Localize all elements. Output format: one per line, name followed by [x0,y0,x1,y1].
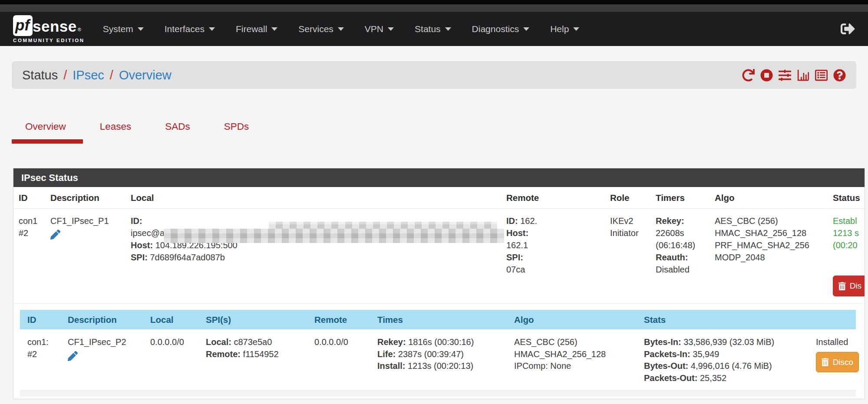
algo-prf: PRF_HMAC_SHA2_256 [715,239,827,251]
logo-pf-tile: pf [13,15,33,36]
pfsense-logo[interactable]: pfsense® COMMUNITY EDITION [13,15,85,43]
ike-description: CF1_IPsec_P1 [50,215,125,227]
col-status: Status [833,193,865,203]
list-icon[interactable] [815,69,828,82]
local-spi-value: 7d689f64a7ad087b [150,253,224,262]
ike-remote-cell: ID: 162. Host: 162.1 SPI: 07ca [506,215,610,296]
tab-overview[interactable]: Overview [25,121,66,144]
spi-local-value: c873e5a0 [234,337,272,347]
nav-item-label: Diagnostics [472,24,519,34]
sliders-icon[interactable] [779,69,791,82]
nav-item-system[interactable]: System [103,24,144,34]
stop-icon[interactable] [760,69,773,82]
child-times-cell: Rekey: 1816s (00:30:16) Life: 2387s (00:… [377,336,514,384]
logo-sense-text: sense [33,17,77,36]
algo-dhgroup: MODP_2048 [715,251,827,263]
breadcrumb-link-overview[interactable]: Overview [119,68,172,82]
child-algo-cell: AES_CBC (256) HMAC_SHA2_256_128 IPComp: … [514,336,644,384]
child-id-number: #2 [27,348,62,361]
tab-sads[interactable]: SADs [165,121,190,144]
refresh-icon[interactable] [742,69,755,82]
ipsec-status-panel: IPsec Status ID Description Local Remote… [13,168,865,399]
local-host-label: Host: [131,240,153,250]
child-sa-footer-stripe [20,390,856,397]
breadcrumb-section: Status [22,68,58,82]
nav-item-label: VPN [365,24,383,34]
nav-item-label: System [103,24,133,34]
sign-out-icon[interactable] [841,22,855,36]
nav-item-services[interactable]: Services [298,24,344,34]
edit-pencil-icon[interactable] [50,230,60,243]
child-description-cell: CF1_IPsec_P2 [68,336,150,384]
help-icon[interactable] [833,69,846,82]
tab-leases[interactable]: Leases [100,121,132,144]
nav-item-label: Services [298,24,333,34]
panel-title: IPsec Status [13,168,865,187]
ike-status-cell: Establ 1213 s (00:20 Dis [833,215,865,296]
ike-table-row: con1 #2 CF1_IPsec_P1 ID: ipsec@a Host: 1… [13,209,865,304]
child-sa-header: ID Description Local SPI(s) Remote Times… [20,310,856,329]
disconnect-button[interactable]: Dis [833,276,865,296]
time-rekey-value: 1816s (00:30:16) [408,337,474,347]
breadcrumb-link-ipsec[interactable]: IPsec [73,68,104,82]
col-algo: Algo [514,315,644,325]
top-navbar: pfsense® COMMUNITY EDITION System Interf… [0,12,868,46]
child-remote-cell: 0.0.0.0/0 [314,336,377,384]
timers-reauth-value: Disabled [656,263,709,276]
pfsense-page: pfsense® COMMUNITY EDITION System Interf… [0,0,868,404]
caret-down-icon [388,27,394,31]
role-value: Initiator [610,227,650,239]
col-role: Role [610,193,656,203]
disconnect-button-label: Dis [850,280,861,292]
ike-role-cell: IKEv2 Initiator [610,215,656,296]
stats-packets-out: Packets-Out: 25,352 [644,372,810,384]
trash-icon [838,282,846,290]
ike-description-cell: CF1_IPsec_P1 [50,215,131,296]
nav-item-label: Status [415,24,441,34]
edit-pencil-icon[interactable] [68,351,78,365]
breadcrumb-bar: Status / IPsec / Overview [12,61,856,89]
col-local: Local [131,193,506,203]
time-life-value: 2387s (00:39:47) [398,349,464,359]
stats-packets-in: Packets-In: 35,949 [644,348,810,361]
col-stats: Stats [644,315,816,325]
ike-timers-cell: Rekey: 22608s (06:16:48) Reauth: Disable… [656,215,715,296]
tab-spds[interactable]: SPDs [224,121,249,144]
child-description: CF1_IPsec_P2 [68,336,144,348]
nav-item-interfaces[interactable]: Interfaces [165,24,215,34]
nav-item-diagnostics[interactable]: Diagnostics [472,24,530,34]
time-rekey-line: Rekey: 1816s (00:30:16) [377,336,508,348]
remote-host-label: Host: [506,227,604,239]
page-action-icons [742,69,846,82]
child-spis-cell: Local: c873e5a0 Remote: f1154952 [206,336,314,384]
status-time: (00:20 [833,239,865,251]
breadcrumb-separator: / [63,68,67,82]
time-life-label: Life: [377,349,396,359]
remote-id-label: ID: [506,216,518,226]
nav-item-firewall[interactable]: Firewall [236,24,277,34]
col-algo: Algo [715,193,833,203]
nav-item-label: Firewall [236,24,267,34]
col-id: ID [27,315,68,325]
child-status-text: Installed [816,336,865,348]
col-times: Times [377,315,514,325]
chart-icon[interactable] [797,69,809,82]
stats-value: 4,996,016 (4.76 MiB) [691,361,772,371]
disconnect-button[interactable]: Disco [816,352,859,373]
stats-value: 25,352 [700,373,726,383]
ike-table-header: ID Description Local Remote Role Timers … [13,187,865,209]
algo-encryption: AES_CBC (256) [514,336,638,348]
nav-item-status[interactable]: Status [415,24,451,34]
disconnect-button-label: Disco [833,356,854,368]
nav-item-vpn[interactable]: VPN [365,24,394,34]
nav-item-help[interactable]: Help [550,24,579,34]
timers-reauth-label: Reauth: [656,251,709,263]
redaction-mosaic [164,229,504,243]
ike-id-name: con1 [19,215,44,227]
child-local-cell: 0.0.0.0/0 [150,336,206,384]
ike-algo-cell: AES_CBC (256) HMAC_SHA2_256_128 PRF_HMAC… [715,215,833,296]
remote-spi-label: SPI: [506,251,604,263]
stats-label: Bytes-Out: [644,361,688,371]
spi-remote-line: Remote: f1154952 [206,348,308,361]
ipsec-tabs: Overview Leases SADs SPDs [25,121,868,144]
